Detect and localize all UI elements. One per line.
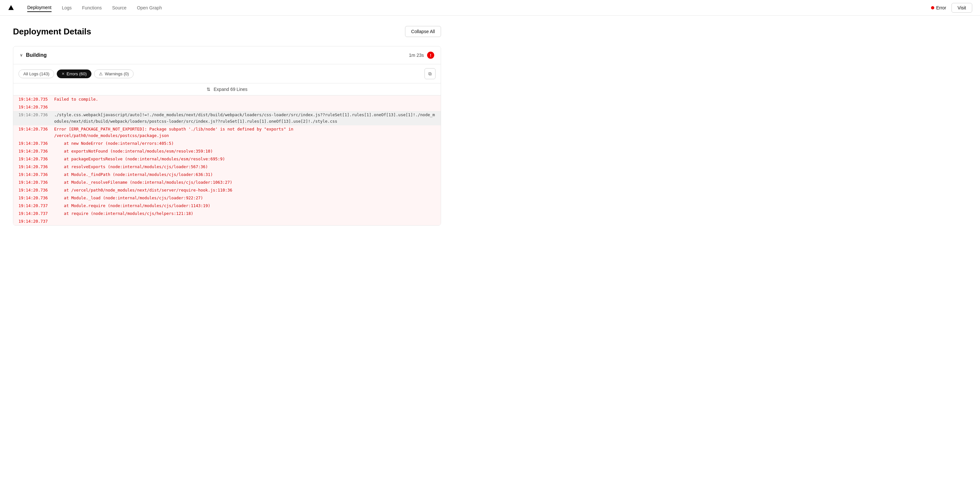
log-line: 19:14:20.735 Failed to compile. (13, 96, 441, 103)
status-badge: Error (931, 5, 946, 10)
log-text: at Module._findPath (node:internal/modul… (54, 171, 213, 178)
build-time: 1m 23s (409, 53, 424, 58)
status-label: Error (936, 5, 946, 10)
log-text: at resolveExports (node:internal/modules… (54, 164, 208, 170)
nav-logs[interactable]: Logs (62, 4, 72, 12)
log-text: at packageExportsResolve (node:internal/… (54, 156, 225, 162)
warning-icon: ⚠ (99, 72, 103, 76)
section-header: ∨ Building 1m 23s ! (13, 46, 441, 64)
errors-filter[interactable]: ✕ Errors (60) (57, 69, 91, 78)
log-text: at exportsNotFound (node:internal/module… (54, 148, 213, 155)
log-line: 19:14:20.736 at Module._resolveFilename … (13, 179, 441, 186)
expand-label: Expand 69 Lines (214, 87, 247, 92)
log-timestamp: 19:14:20.736 (19, 140, 54, 147)
expand-icon: ⇅ (207, 87, 210, 92)
log-line: 19:14:20.736 at packageExportsResolve (n… (13, 155, 441, 163)
nav-bar: Deployment Logs Functions Source Open Gr… (0, 0, 980, 16)
error-indicator: ! (427, 52, 434, 59)
nav-right: Error Visit (931, 3, 972, 13)
log-timestamp: 19:14:20.736 (19, 179, 54, 186)
nav-source[interactable]: Source (112, 4, 126, 12)
copy-button[interactable]: ⧉ (425, 68, 436, 79)
chevron-down-icon: ∨ (20, 53, 23, 57)
section-title[interactable]: ∨ Building (20, 52, 47, 58)
log-timestamp: 19:14:20.736 (19, 156, 54, 162)
log-line: 19:14:20.736 at resolveExports (node:int… (13, 163, 441, 171)
section-meta: 1m 23s ! (409, 52, 434, 59)
warnings-filter-label: Warnings (0) (105, 72, 129, 76)
building-section: ∨ Building 1m 23s ! All Logs (143) ✕ Err… (13, 46, 441, 226)
expand-bar[interactable]: ⇅ Expand 69 Lines (13, 83, 441, 96)
log-timestamp: 19:14:20.736 (19, 171, 54, 178)
log-timestamp: 19:14:20.737 (19, 218, 54, 225)
log-line: 19:14:20.736 at /vercel/path0/node_modul… (13, 186, 441, 194)
log-text: ./style.css.webpack[javascript/auto]!=!.… (54, 112, 436, 124)
log-timestamp: 19:14:20.737 (19, 211, 54, 217)
log-timestamp: 19:14:20.736 (19, 148, 54, 155)
nav-open-graph[interactable]: Open Graph (137, 4, 162, 12)
log-text: Failed to compile. (54, 96, 98, 102)
log-line: 19:14:20.736 at Module._load (node:inter… (13, 194, 441, 202)
visit-button[interactable]: Visit (951, 3, 972, 13)
log-timestamp: 19:14:20.736 (19, 195, 54, 201)
log-line: 19:14:20.736 Error [ERR_PACKAGE_PATH_NOT… (13, 125, 441, 140)
log-timestamp: 19:14:20.737 (19, 203, 54, 209)
log-timestamp: 19:14:20.736 (19, 126, 54, 132)
log-timestamp: 19:14:20.736 (19, 104, 54, 110)
log-text: at Module.require (node:internal/modules… (54, 203, 210, 209)
log-line: 19:14:20.736 at Module._findPath (node:i… (13, 171, 441, 179)
log-content: 19:14:20.735 Failed to compile. 19:14:20… (13, 96, 441, 225)
log-text: at require (node:internal/modules/cjs/he… (54, 211, 193, 217)
log-line: 19:14:20.737 at require (node:internal/m… (13, 210, 441, 217)
log-timestamp: 19:14:20.736 (19, 187, 54, 193)
page-header: Deployment Details Collapse All (13, 26, 441, 37)
log-text: at /vercel/path0/node_modules/next/dist/… (54, 187, 232, 193)
collapse-all-button[interactable]: Collapse All (405, 26, 441, 37)
log-line: 19:14:20.736 (13, 103, 441, 111)
all-logs-filter[interactable]: All Logs (143) (19, 69, 54, 78)
nav-deployment[interactable]: Deployment (27, 3, 52, 12)
main-content: Deployment Details Collapse All ∨ Buildi… (0, 16, 454, 236)
logo (8, 5, 14, 11)
copy-icon: ⧉ (428, 71, 432, 77)
nav-functions[interactable]: Functions (82, 4, 102, 12)
log-line: 19:14:20.736 at exportsNotFound (node:in… (13, 147, 441, 155)
log-text: at Module._load (node:internal/modules/c… (54, 195, 203, 201)
log-timestamp: 19:14:20.735 (19, 96, 54, 102)
log-timestamp: 19:14:20.736 (19, 164, 54, 170)
svg-marker-0 (8, 5, 14, 10)
log-line: 19:14:20.736 ./style.css.webpack[javascr… (13, 111, 441, 125)
log-text: at Module._resolveFilename (node:interna… (54, 179, 232, 186)
log-line: 19:14:20.737 (13, 217, 441, 225)
log-text: Error [ERR_PACKAGE_PATH_NOT_EXPORTED]: P… (54, 126, 293, 139)
warnings-filter[interactable]: ⚠ Warnings (0) (94, 69, 134, 78)
log-text: at new NodeError (node:internal/errors:4… (54, 140, 174, 147)
errors-filter-label: Errors (60) (67, 72, 87, 76)
page-title: Deployment Details (13, 27, 91, 37)
log-timestamp: 19:14:20.736 (19, 112, 54, 118)
section-label: Building (26, 52, 47, 58)
log-line: 19:14:20.736 at new NodeError (node:inte… (13, 140, 441, 147)
log-line: 19:14:20.737 at Module.require (node:int… (13, 202, 441, 210)
error-dot-icon (931, 6, 934, 10)
x-icon: ✕ (62, 72, 65, 76)
log-filter-bar: All Logs (143) ✕ Errors (60) ⚠ Warnings … (13, 64, 441, 83)
